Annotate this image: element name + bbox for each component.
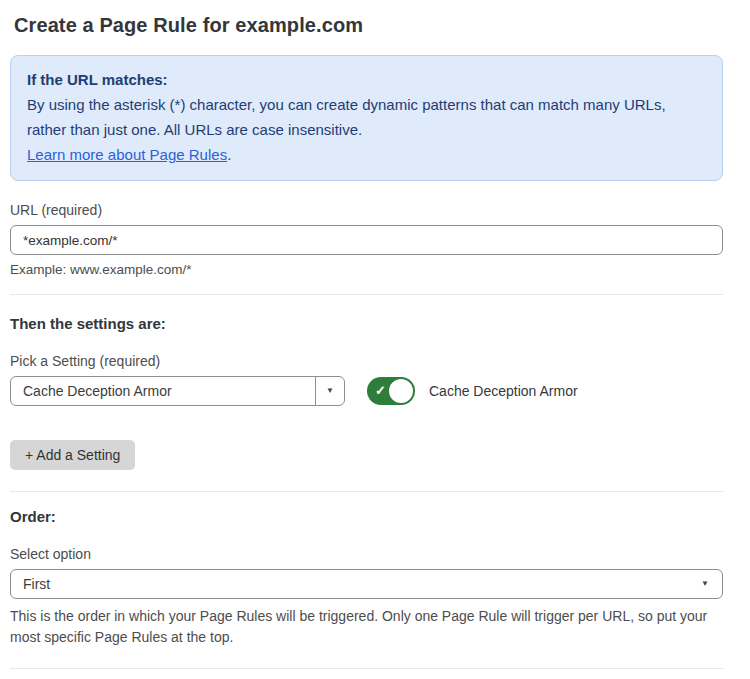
- order-select-arrow: ▼: [701, 570, 722, 598]
- info-box-link-line: Learn more about Page Rules.: [27, 142, 706, 167]
- setting-label: Pick a Setting (required): [10, 353, 723, 369]
- divider: [10, 668, 723, 669]
- link-suffix: .: [227, 146, 231, 163]
- chevron-down-icon: ▼: [326, 387, 334, 395]
- url-label: URL (required): [10, 202, 723, 218]
- order-select-value: First: [11, 570, 701, 598]
- toggle-knob: [389, 379, 413, 403]
- check-icon: ✓: [375, 383, 386, 398]
- settings-heading: Then the settings are:: [10, 315, 723, 332]
- order-select[interactable]: First ▼: [10, 569, 723, 599]
- setting-select[interactable]: Cache Deception Armor ▼: [10, 376, 345, 406]
- order-select-label: Select option: [10, 546, 723, 562]
- url-help: Example: www.example.com/*: [10, 262, 723, 277]
- setting-row: Cache Deception Armor ▼ ✓ Cache Deceptio…: [10, 376, 723, 406]
- toggle-wrap: ✓ Cache Deception Armor: [367, 377, 578, 405]
- toggle-label: Cache Deception Armor: [429, 383, 578, 399]
- divider: [10, 294, 723, 295]
- order-help: This is the order in which your Page Rul…: [10, 606, 723, 648]
- info-box-body: By using the asterisk (*) character, you…: [27, 92, 706, 142]
- page-rule-form: Create a Page Rule for example.com If th…: [0, 0, 750, 679]
- page-title: Create a Page Rule for example.com: [14, 14, 723, 37]
- url-match-info-box: If the URL matches: By using the asteris…: [10, 55, 723, 181]
- chevron-down-icon: ▼: [701, 580, 709, 588]
- info-box-heading: If the URL matches:: [27, 67, 706, 92]
- cache-deception-armor-toggle[interactable]: ✓: [367, 377, 415, 405]
- setting-select-value: Cache Deception Armor: [11, 377, 315, 405]
- url-input[interactable]: [10, 225, 723, 255]
- add-setting-button[interactable]: + Add a Setting: [10, 440, 135, 470]
- order-heading: Order:: [10, 508, 723, 525]
- divider: [10, 491, 723, 492]
- learn-more-link[interactable]: Learn more about Page Rules: [27, 146, 227, 163]
- setting-select-arrow-button[interactable]: ▼: [315, 377, 344, 405]
